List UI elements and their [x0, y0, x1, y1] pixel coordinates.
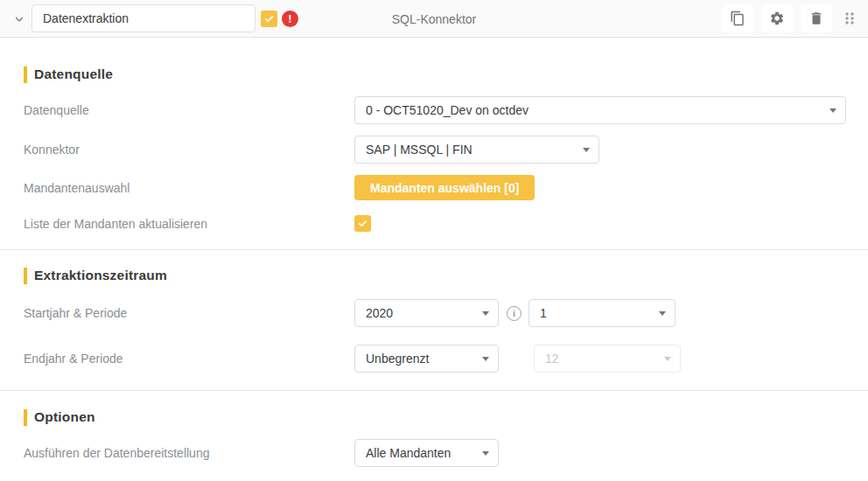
- liste-aktualisieren-checkbox[interactable]: [354, 215, 371, 232]
- dropdown-arrow-icon: [482, 311, 489, 316]
- dropdown-arrow-icon: [659, 311, 666, 316]
- row-konnektor: Konnektor SAP | MSSQL | FIN: [24, 136, 846, 164]
- section-accent-bar: [24, 268, 27, 284]
- ausfuehren-select[interactable]: Alle Mandanten: [354, 439, 499, 467]
- endjahr-select[interactable]: Unbegrenzt: [354, 345, 499, 373]
- datenquelle-select[interactable]: 0 - OCT51020_Dev on octdev: [354, 96, 846, 124]
- section-divider: [0, 390, 868, 391]
- selected-value: Unbegrenzt: [366, 352, 475, 366]
- konnektor-select[interactable]: SAP | MSSQL | FIN: [354, 136, 599, 164]
- startjahr-select[interactable]: 2020: [354, 299, 499, 327]
- selected-value: 1: [540, 306, 652, 320]
- section-accent-bar: [24, 409, 27, 426]
- settings-button[interactable]: [761, 4, 793, 32]
- select-mandanten-button[interactable]: Mandanten auswählen [0]: [354, 175, 535, 200]
- field-label: Liste der Mandanten aktualisieren: [24, 217, 354, 231]
- selected-value: SAP | MSSQL | FIN: [366, 143, 576, 157]
- selected-value: 2020: [366, 306, 475, 320]
- info-glyph: i: [513, 308, 515, 318]
- duplicate-button[interactable]: [722, 4, 753, 32]
- row-datenquelle: Datenquelle 0 - OCT51020_Dev on octdev: [24, 96, 846, 124]
- delete-button[interactable]: [801, 4, 832, 32]
- section-optionen: Optionen: [24, 408, 868, 426]
- copy-icon: [730, 10, 746, 26]
- selected-value: Alle Mandanten: [366, 446, 475, 460]
- drag-indicator-icon: [843, 10, 857, 26]
- section-title-text: Extraktionszeitraum: [34, 268, 167, 283]
- selected-value: 12: [545, 352, 657, 366]
- trash-icon: [808, 10, 824, 26]
- section-datenquelle: Datenquelle: [24, 66, 868, 83]
- header-actions: [722, 4, 859, 32]
- field-label: Mandantenauswahl: [24, 181, 354, 195]
- row-startjahr-periode: Startjahr & Periode 2020 i 1: [24, 299, 846, 327]
- field-label: Datenquelle: [24, 103, 354, 117]
- row-liste-aktualisieren: Liste der Mandanten aktualisieren: [24, 215, 846, 232]
- endperiode-select-disabled: 12: [534, 345, 681, 373]
- section-accent-bar: [24, 66, 27, 83]
- section-extraktionszeitraum: Extraktionszeitraum: [24, 267, 868, 284]
- dropdown-arrow-icon: [482, 451, 489, 456]
- dropdown-arrow-icon: [482, 357, 489, 361]
- row-mandantenauswahl: Mandantenauswahl Mandanten auswählen [0]: [24, 175, 846, 200]
- field-label: Startjahr & Periode: [24, 306, 354, 320]
- row-endjahr-periode: Endjahr & Periode Unbegrenzt 12: [24, 345, 846, 373]
- connector-form: Datenquelle Datenquelle 0 - OCT51020_Dev…: [0, 66, 868, 467]
- dropdown-arrow-icon: [583, 148, 590, 152]
- section-title-text: Datenquelle: [34, 66, 113, 82]
- info-icon[interactable]: i: [507, 306, 522, 321]
- selected-value: 0 - OCT51020_Dev on octdev: [366, 103, 822, 117]
- field-label: Endjahr & Periode: [24, 352, 354, 366]
- field-label: Konnektor: [24, 143, 354, 157]
- dropdown-arrow-icon: [664, 357, 671, 361]
- check-icon: [357, 218, 368, 229]
- field-label: Ausführen der Datenbereitstellung: [24, 446, 354, 460]
- row-ausfuehren: Ausführen der Datenbereitstellung Alle M…: [24, 439, 846, 467]
- gear-icon: [769, 10, 785, 26]
- drag-handle[interactable]: [840, 4, 859, 32]
- section-title-text: Optionen: [34, 409, 95, 425]
- dropdown-arrow-icon: [830, 108, 836, 113]
- section-divider: [0, 249, 868, 250]
- startperiode-select[interactable]: 1: [528, 299, 676, 327]
- connector-header: ! SQL-Konnektor: [0, 0, 868, 38]
